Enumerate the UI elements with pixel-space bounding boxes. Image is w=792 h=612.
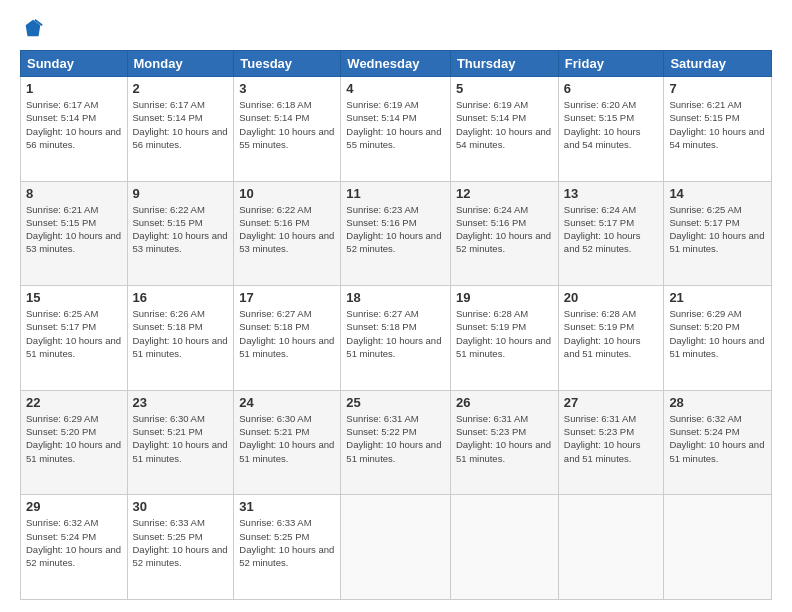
table-row: 20Sunrise: 6:28 AMSunset: 5:19 PMDayligh… <box>558 286 664 391</box>
table-row: 23Sunrise: 6:30 AMSunset: 5:21 PMDayligh… <box>127 390 234 495</box>
table-row: 22Sunrise: 6:29 AMSunset: 5:20 PMDayligh… <box>21 390 128 495</box>
logo-icon <box>22 18 44 40</box>
table-row: 2Sunrise: 6:17 AMSunset: 5:14 PMDaylight… <box>127 77 234 182</box>
col-saturday: Saturday <box>664 51 772 77</box>
header <box>20 18 772 40</box>
week-row-4: 22Sunrise: 6:29 AMSunset: 5:20 PMDayligh… <box>21 390 772 495</box>
logo-text <box>20 18 44 40</box>
table-row: 29Sunrise: 6:32 AMSunset: 5:24 PMDayligh… <box>21 495 128 600</box>
table-row: 30Sunrise: 6:33 AMSunset: 5:25 PMDayligh… <box>127 495 234 600</box>
table-row: 11Sunrise: 6:23 AMSunset: 5:16 PMDayligh… <box>341 181 451 286</box>
table-row <box>664 495 772 600</box>
table-row: 19Sunrise: 6:28 AMSunset: 5:19 PMDayligh… <box>450 286 558 391</box>
table-row <box>450 495 558 600</box>
table-row: 12Sunrise: 6:24 AMSunset: 5:16 PMDayligh… <box>450 181 558 286</box>
calendar-table: Sunday Monday Tuesday Wednesday Thursday… <box>20 50 772 600</box>
table-row: 31Sunrise: 6:33 AMSunset: 5:25 PMDayligh… <box>234 495 341 600</box>
col-friday: Friday <box>558 51 664 77</box>
table-row: 15Sunrise: 6:25 AMSunset: 5:17 PMDayligh… <box>21 286 128 391</box>
col-tuesday: Tuesday <box>234 51 341 77</box>
table-row: 1Sunrise: 6:17 AMSunset: 5:14 PMDaylight… <box>21 77 128 182</box>
table-row: 9Sunrise: 6:22 AMSunset: 5:15 PMDaylight… <box>127 181 234 286</box>
table-row: 18Sunrise: 6:27 AMSunset: 5:18 PMDayligh… <box>341 286 451 391</box>
table-row: 21Sunrise: 6:29 AMSunset: 5:20 PMDayligh… <box>664 286 772 391</box>
week-row-3: 15Sunrise: 6:25 AMSunset: 5:17 PMDayligh… <box>21 286 772 391</box>
table-row: 3Sunrise: 6:18 AMSunset: 5:14 PMDaylight… <box>234 77 341 182</box>
week-row-5: 29Sunrise: 6:32 AMSunset: 5:24 PMDayligh… <box>21 495 772 600</box>
page: Sunday Monday Tuesday Wednesday Thursday… <box>0 0 792 612</box>
table-row: 24Sunrise: 6:30 AMSunset: 5:21 PMDayligh… <box>234 390 341 495</box>
table-row: 8Sunrise: 6:21 AMSunset: 5:15 PMDaylight… <box>21 181 128 286</box>
table-row: 4Sunrise: 6:19 AMSunset: 5:14 PMDaylight… <box>341 77 451 182</box>
logo <box>20 18 44 40</box>
table-row: 26Sunrise: 6:31 AMSunset: 5:23 PMDayligh… <box>450 390 558 495</box>
table-row: 27Sunrise: 6:31 AMSunset: 5:23 PMDayligh… <box>558 390 664 495</box>
table-row <box>341 495 451 600</box>
table-row: 13Sunrise: 6:24 AMSunset: 5:17 PMDayligh… <box>558 181 664 286</box>
table-row: 25Sunrise: 6:31 AMSunset: 5:22 PMDayligh… <box>341 390 451 495</box>
week-row-1: 1Sunrise: 6:17 AMSunset: 5:14 PMDaylight… <box>21 77 772 182</box>
col-thursday: Thursday <box>450 51 558 77</box>
table-row: 28Sunrise: 6:32 AMSunset: 5:24 PMDayligh… <box>664 390 772 495</box>
table-row <box>558 495 664 600</box>
table-row: 7Sunrise: 6:21 AMSunset: 5:15 PMDaylight… <box>664 77 772 182</box>
week-row-2: 8Sunrise: 6:21 AMSunset: 5:15 PMDaylight… <box>21 181 772 286</box>
col-wednesday: Wednesday <box>341 51 451 77</box>
table-row: 10Sunrise: 6:22 AMSunset: 5:16 PMDayligh… <box>234 181 341 286</box>
table-row: 14Sunrise: 6:25 AMSunset: 5:17 PMDayligh… <box>664 181 772 286</box>
header-row: Sunday Monday Tuesday Wednesday Thursday… <box>21 51 772 77</box>
col-monday: Monday <box>127 51 234 77</box>
table-row: 5Sunrise: 6:19 AMSunset: 5:14 PMDaylight… <box>450 77 558 182</box>
table-row: 17Sunrise: 6:27 AMSunset: 5:18 PMDayligh… <box>234 286 341 391</box>
col-sunday: Sunday <box>21 51 128 77</box>
table-row: 16Sunrise: 6:26 AMSunset: 5:18 PMDayligh… <box>127 286 234 391</box>
table-row: 6Sunrise: 6:20 AMSunset: 5:15 PMDaylight… <box>558 77 664 182</box>
